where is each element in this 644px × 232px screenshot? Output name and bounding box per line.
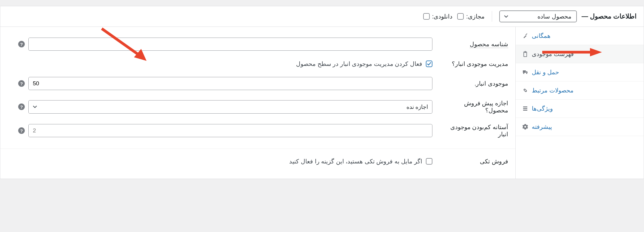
- row-stock-qty: موجودی انبار. ?: [0, 72, 515, 95]
- list-icon: [522, 106, 528, 112]
- row-manage-stock: مدیریت موجودی انبار؟ فعال کردن مدیریت مو…: [0, 55, 515, 72]
- sku-label: شناسه محصول: [470, 41, 508, 48]
- link-icon: [522, 87, 528, 93]
- svg-marker-1: [590, 48, 602, 56]
- low-stock-label: آستانه کم‌بودن موجودی انبار: [440, 123, 508, 138]
- panel-body: همگانی فهرست موجودی حمل و نقل محصولات مر…: [0, 27, 644, 179]
- tab-label: پیشرفته: [532, 123, 552, 130]
- panel-header: اطلاعات محصول — محصول ساده مجازی: دانلود…: [0, 6, 644, 27]
- row-low-stock: آستانه کم‌بودن موجودی انبار ?: [0, 119, 515, 143]
- truck-icon: [522, 69, 528, 75]
- downloadable-checkbox[interactable]: [423, 13, 430, 20]
- product-data-panel: اطلاعات محصول — محصول ساده مجازی: دانلود…: [0, 6, 644, 179]
- tab-label: ویژگی‌ها: [532, 105, 553, 112]
- tab-attributes[interactable]: ویژگی‌ها: [516, 100, 644, 118]
- tab-shipping[interactable]: حمل و نقل: [516, 63, 644, 81]
- product-type-value: محصول ساده: [537, 13, 571, 20]
- divider: [492, 11, 492, 22]
- help-icon[interactable]: ?: [18, 103, 25, 110]
- chevron-down-icon: [504, 14, 508, 18]
- help-icon[interactable]: ?: [18, 127, 25, 134]
- tab-general[interactable]: همگانی: [516, 27, 644, 45]
- manage-stock-checkbox[interactable]: [426, 61, 432, 67]
- tab-advanced[interactable]: پیشرفته: [516, 118, 644, 136]
- sold-ind-desc: اگر مایل به فروش تکی هستید، این گزینه را…: [289, 158, 422, 165]
- manage-stock-desc: فعال کردن مدیریت موجودی انبار در سطح محص…: [296, 60, 422, 67]
- virtual-label: مجازی:: [466, 13, 485, 20]
- downloadable-label: دانلودی:: [432, 13, 453, 20]
- stock-qty-input[interactable]: [28, 77, 432, 90]
- low-stock-input[interactable]: [28, 124, 432, 137]
- backorders-label: اجازه پیش فروش محصول؟: [440, 100, 508, 114]
- sold-ind-label: فروش تکی: [440, 158, 508, 165]
- virtual-option[interactable]: مجازی:: [457, 13, 485, 20]
- tab-label: حمل و نقل: [532, 69, 559, 76]
- product-type-select[interactable]: محصول ساده: [499, 10, 577, 22]
- manage-stock-label: مدیریت موجودی انبار؟: [440, 60, 508, 67]
- tab-label: همگانی: [532, 32, 551, 39]
- tab-content: شناسه محصول ? مدیریت موجودی انبار؟ فعال …: [0, 27, 515, 179]
- tab-label: فهرست موجودی: [532, 50, 574, 58]
- backorders-value: اجازه نده: [406, 104, 428, 110]
- sku-input[interactable]: [28, 38, 432, 51]
- downloadable-option[interactable]: دانلودی:: [423, 13, 453, 20]
- virtual-checkbox[interactable]: [457, 13, 464, 20]
- row-sku: شناسه محصول ?: [0, 33, 515, 55]
- tab-inventory[interactable]: فهرست موجودی: [516, 45, 644, 63]
- stock-qty-label: موجودی انبار.: [440, 80, 508, 87]
- panel-title: اطلاعات محصول —: [582, 13, 637, 20]
- clipboard-icon: [522, 51, 528, 57]
- row-backorders: اجازه پیش فروش محصول؟ اجازه نده ?: [0, 95, 515, 119]
- wrench-icon: [522, 33, 528, 39]
- tab-label: محصولات مرتبط: [532, 87, 574, 94]
- help-icon[interactable]: ?: [18, 80, 25, 87]
- row-sold-individually: فروش تکی اگر مایل به فروش تکی هستید، این…: [0, 149, 515, 170]
- gear-icon: [522, 124, 528, 130]
- tab-linked[interactable]: محصولات مرتبط: [516, 81, 644, 100]
- sold-ind-checkbox[interactable]: [426, 158, 432, 165]
- backorders-select[interactable]: اجازه نده: [28, 100, 432, 114]
- help-icon[interactable]: ?: [18, 41, 25, 47]
- tabs-sidebar: همگانی فهرست موجودی حمل و نقل محصولات مر…: [515, 27, 644, 179]
- chevron-down-icon: [33, 105, 37, 109]
